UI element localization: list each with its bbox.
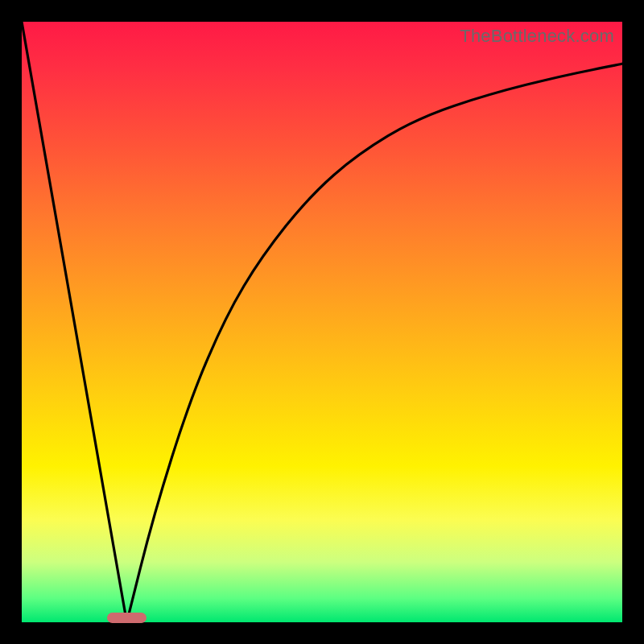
- curve-path: [22, 22, 622, 622]
- curve-svg: [22, 22, 622, 622]
- watermark-text: TheBottleneck.com: [460, 26, 614, 47]
- chart-frame: TheBottleneck.com: [0, 0, 644, 644]
- optimum-marker: [107, 613, 146, 623]
- plot-area: TheBottleneck.com: [22, 22, 622, 622]
